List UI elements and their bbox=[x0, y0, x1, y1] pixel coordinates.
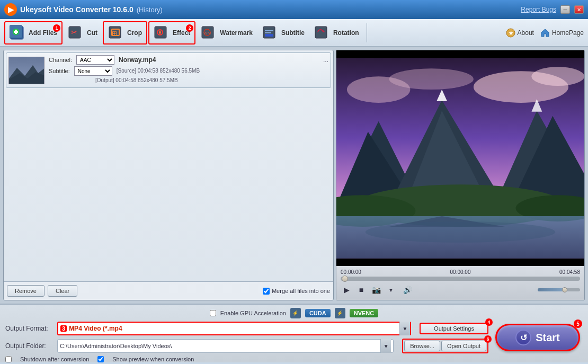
remove-button[interactable]: Remove bbox=[7, 285, 44, 297]
file-item[interactable]: Channel: AAC Norway.mp4 ... Subtitle: No… bbox=[6, 52, 331, 88]
close-button[interactable]: ✕ bbox=[574, 5, 584, 14]
play-button[interactable]: ▶ bbox=[341, 284, 352, 296]
svg-rect-17 bbox=[265, 34, 273, 37]
browse-button[interactable]: Browse... bbox=[404, 341, 440, 351]
snapshot-dropdown[interactable]: ▼ bbox=[385, 284, 397, 296]
about-label: About bbox=[518, 29, 534, 37]
open-output-button[interactable]: Open Output bbox=[441, 341, 486, 351]
effect-badge: 2 bbox=[186, 24, 193, 32]
folder-select-wrap[interactable]: C:\Users\Administrator\Desktop\My Videos… bbox=[57, 339, 394, 353]
time-end: 00:04:58 bbox=[559, 269, 580, 275]
volume-handle[interactable] bbox=[562, 287, 567, 292]
show-preview-label: Show preview when conversion bbox=[112, 356, 194, 362]
shutdown-checkbox[interactable] bbox=[5, 356, 12, 362]
subtitle-label: Subtitle bbox=[281, 29, 305, 37]
report-bugs-link[interactable]: Report Bugs bbox=[521, 6, 556, 13]
options-row: Shutdown after conversion Show preview w… bbox=[5, 356, 488, 362]
folder-dropdown-arrow[interactable]: ▼ bbox=[380, 339, 391, 353]
crop-button[interactable]: ⊞ Crop bbox=[103, 21, 147, 45]
homepage-button[interactable]: HomePage bbox=[540, 28, 584, 38]
more-menu[interactable]: ... bbox=[323, 56, 328, 64]
volume-icon: 🔊 bbox=[403, 286, 412, 294]
start-badge: 5 bbox=[574, 319, 582, 328]
subtitle-select[interactable]: None bbox=[74, 66, 112, 76]
format-select-wrap[interactable]: 3 MP4 Video (*.mp4 ▼ bbox=[57, 322, 411, 335]
cut-label: Cut bbox=[87, 29, 97, 37]
effect-button[interactable]: Effect 2 bbox=[148, 21, 195, 45]
bottom-main-row: Output Format: 3 MP4 Video (*.mp4 ▼ Outp… bbox=[5, 322, 583, 362]
folder-path: C:\Users\Administrator\Desktop\My Videos… bbox=[60, 343, 380, 349]
gpu-checkbox[interactable] bbox=[210, 310, 216, 316]
file-thumbnail bbox=[8, 57, 44, 84]
shutdown-label: Shutdown after conversion bbox=[20, 356, 89, 362]
bottom-panel: Enable GPU Acceleration ⚡ CUDA ⚡ NVENC O… bbox=[0, 304, 588, 362]
add-files-icon bbox=[10, 24, 26, 41]
about-button[interactable]: ★ About bbox=[506, 28, 534, 38]
progress-handle[interactable] bbox=[342, 276, 348, 282]
svg-text:WM: WM bbox=[203, 31, 211, 35]
format-dropdown-arrow[interactable]: ▼ bbox=[399, 322, 410, 335]
merge-label: Merge all files into one bbox=[272, 288, 330, 294]
nvenc-badge: NVENC bbox=[350, 309, 379, 317]
output-settings-button[interactable]: Output Settings bbox=[420, 323, 488, 334]
output-settings-wrap: Output Settings 4 bbox=[420, 323, 488, 334]
rotation-button[interactable]: Rotation bbox=[310, 21, 363, 45]
control-row: ▶ ■ 📷 ▼ 🔊 bbox=[341, 284, 580, 296]
show-preview-checkbox[interactable] bbox=[97, 356, 104, 362]
source-info: [Source] 00:04:58 852x480 56.5MB bbox=[117, 68, 200, 74]
merge-checkbox-row: Merge all files into one bbox=[263, 288, 330, 295]
title-bar: ▶ Ukeysoft Video Converter 10.6.0 (Histo… bbox=[0, 0, 588, 19]
video-preview bbox=[336, 50, 584, 266]
channel-select[interactable]: AAC bbox=[76, 55, 114, 65]
volume-fill bbox=[538, 288, 563, 291]
svg-rect-4 bbox=[14, 31, 18, 33]
stop-button[interactable]: ■ bbox=[355, 284, 367, 296]
bottom-right-col: ↺ Start 5 bbox=[493, 322, 583, 351]
rotation-icon bbox=[314, 24, 331, 41]
add-files-button[interactable]: Add Files 1 bbox=[4, 21, 63, 45]
title-bar-left: ▶ Ukeysoft Video Converter 10.6.0 (Histo… bbox=[4, 3, 163, 16]
file-list: Channel: AAC Norway.mp4 ... Subtitle: No… bbox=[4, 50, 333, 281]
file-panel-bottom: Remove Clear Merge all files into one bbox=[4, 281, 333, 300]
homepage-icon bbox=[540, 28, 550, 38]
app-logo: ▶ bbox=[4, 3, 17, 16]
svg-rect-18 bbox=[265, 30, 273, 31]
about-icon: ★ bbox=[506, 28, 515, 38]
svg-text:✂: ✂ bbox=[71, 28, 77, 37]
svg-point-29 bbox=[389, 68, 474, 90]
video-controls: 00:00:00 00:00:00 00:04:58 ▶ ■ 📷 ▼ 🔊 bbox=[336, 266, 584, 300]
channel-label: Channel: bbox=[49, 57, 72, 63]
add-files-label: Add Files bbox=[29, 29, 57, 37]
start-button-wrap: ↺ Start 5 bbox=[495, 324, 580, 351]
subtitle-button[interactable]: Subtitle bbox=[258, 21, 309, 45]
watermark-label: Watermark bbox=[220, 29, 253, 37]
time-row: 00:00:00 00:00:00 00:04:58 bbox=[341, 269, 580, 275]
browse-badge: 6 bbox=[484, 335, 492, 343]
crop-label: Crop bbox=[127, 29, 142, 37]
format-row: Output Format: 3 MP4 Video (*.mp4 ▼ Outp… bbox=[5, 322, 488, 335]
gpu-row: Enable GPU Acceleration ⚡ CUDA ⚡ NVENC bbox=[5, 308, 583, 318]
minimize-button[interactable]: ─ bbox=[560, 5, 570, 14]
progress-bar[interactable] bbox=[341, 277, 580, 281]
svg-point-31 bbox=[531, 67, 584, 86]
toolbar-right: ★ About HomePage bbox=[506, 28, 584, 38]
clear-button[interactable]: Clear bbox=[48, 285, 77, 297]
crop-icon: ⊞ bbox=[108, 24, 125, 41]
snapshot-button[interactable]: 📷 bbox=[370, 284, 382, 296]
file-info: Channel: AAC Norway.mp4 ... Subtitle: No… bbox=[49, 55, 328, 85]
volume-bar[interactable] bbox=[538, 288, 580, 291]
cut-button[interactable]: ✂ Cut bbox=[64, 21, 102, 45]
start-label: Start bbox=[536, 332, 560, 344]
merge-checkbox[interactable] bbox=[263, 288, 270, 295]
cut-icon: ✂ bbox=[68, 24, 85, 41]
output-settings-badge: 4 bbox=[485, 318, 493, 326]
start-icon: ↺ bbox=[515, 330, 531, 345]
toolbar: Add Files 1 ✂ Cut ⊞ Crop bbox=[0, 19, 588, 47]
watermark-button[interactable]: WM Watermark bbox=[197, 21, 257, 45]
toolbar-separator bbox=[367, 23, 367, 42]
start-button[interactable]: ↺ Start bbox=[495, 324, 580, 351]
format-select-text: MP4 Video (*.mp4 bbox=[69, 325, 122, 332]
output-folder-label: Output Folder: bbox=[5, 342, 53, 350]
output-format-label: Output Format: bbox=[5, 325, 53, 332]
folder-row: Output Folder: C:\Users\Administrator\De… bbox=[5, 339, 488, 353]
